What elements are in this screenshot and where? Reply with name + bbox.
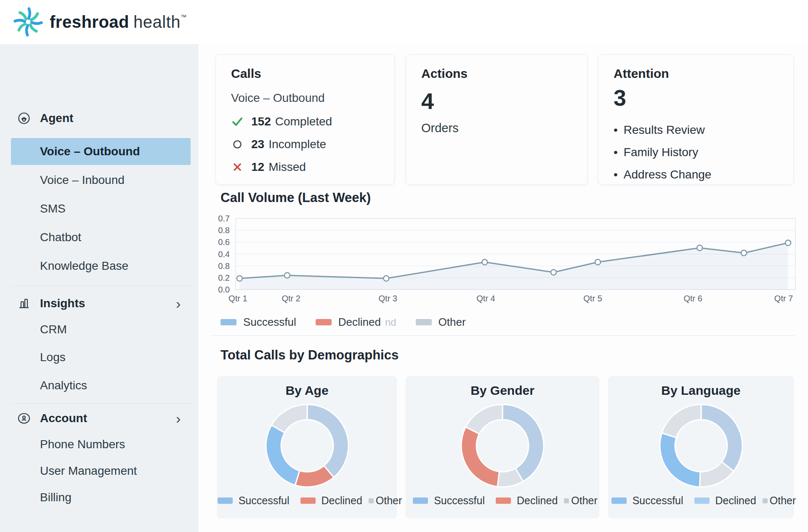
- calls-stat-list: 152 Completed 23 Incomplete 12 Missed: [231, 110, 379, 178]
- legend-label: Declined: [715, 495, 756, 507]
- legend-successful: Successful: [218, 495, 290, 507]
- svg-text:0.7: 0.7: [218, 214, 230, 223]
- sidebar-item-label: Voice – Inbound: [40, 173, 125, 187]
- by-language-panel: By Language Successful Declined Other: [608, 376, 794, 518]
- brand-name: freshroadhealth™: [50, 13, 186, 32]
- sidebar-section-account[interactable]: Account ›: [0, 407, 198, 430]
- sidebar-item-label: Account: [40, 412, 87, 425]
- svg-text:Qtr 4: Qtr 4: [476, 294, 495, 303]
- legend-swatch: [218, 497, 233, 504]
- svg-text:Qtr 5: Qtr 5: [583, 294, 602, 303]
- sidebar-item-voice-outbound[interactable]: Voice – Outbound: [0, 140, 198, 163]
- legend-swatch: [413, 497, 428, 504]
- svg-text:Qtr 7: Qtr 7: [774, 294, 793, 303]
- panel-legend: Successful Declined Other: [406, 495, 599, 507]
- chevron-right-icon[interactable]: ›: [176, 296, 181, 311]
- by-gender-panel: By Gender Successful Declined Other: [406, 376, 599, 518]
- svg-text:Qtr 6: Qtr 6: [683, 294, 702, 303]
- user-icon: [17, 411, 31, 426]
- legend-label: Successful: [434, 495, 485, 507]
- legend-label: Declined: [322, 495, 362, 507]
- sidebar-section-insights[interactable]: Insights ›: [0, 292, 198, 315]
- sidebar-item-voice-inbound[interactable]: Voice – Inbound: [0, 168, 198, 192]
- by-language-donut-chart: [655, 399, 747, 492]
- legend-declined: Declined nd: [316, 316, 396, 329]
- legend-swatch: [221, 319, 237, 325]
- sidebar-item-knowledge-base[interactable]: Knowledge Base: [0, 254, 198, 278]
- calls-card: Calls Voice – Outbound 152 Completed 23 …: [215, 54, 395, 185]
- legend-swatch: [369, 498, 374, 503]
- legend-successful: Successful: [611, 495, 683, 507]
- stat-label: Missed: [268, 160, 306, 174]
- sidebar-item-user-management[interactable]: User Management: [0, 459, 198, 483]
- legend-other: Other: [763, 495, 796, 507]
- headset-icon: [17, 111, 31, 125]
- bar-chart-icon: [17, 296, 31, 311]
- legend-swatch: [694, 497, 710, 504]
- sidebar-item-label: Chatbot: [40, 231, 81, 244]
- sidebar-item-chatbot[interactable]: Chatbot: [0, 226, 198, 249]
- sidebar-item-billing[interactable]: Billing: [0, 486, 198, 509]
- legend-swatch: [611, 497, 627, 504]
- legend-label: Successful: [633, 495, 683, 507]
- sidebar-item-label: Voice – Outbound: [40, 145, 140, 158]
- legend-label: Other: [571, 495, 598, 507]
- legend-successful: Successful: [413, 495, 485, 507]
- sidebar-item-label: User Management: [40, 464, 137, 478]
- sidebar-item-crm[interactable]: CRM: [0, 318, 198, 341]
- chevron-right-icon[interactable]: ›: [176, 411, 181, 426]
- actions-count: 4: [421, 88, 572, 114]
- legend-label: Declined: [338, 316, 381, 329]
- legend-label: Other: [439, 316, 466, 329]
- legend-declined: Declined: [694, 495, 756, 507]
- by-age-donut-chart: [261, 399, 354, 492]
- top-header: freshroadhealth™: [0, 0, 808, 44]
- circle-icon: [231, 138, 244, 151]
- sidebar-divider: [11, 286, 192, 286]
- legend-label: Successful: [239, 495, 290, 507]
- attention-item: Results Review: [614, 119, 778, 141]
- by-gender-donut-chart: [456, 399, 549, 492]
- legend-label: Other: [770, 495, 796, 507]
- stat-label: Completed: [275, 115, 332, 128]
- section-divider: [210, 335, 795, 336]
- legend-successful: Successful: [221, 316, 296, 329]
- call-volume-line-chart: 0.70.80.60.40.80.20.0Qtr 1Qtr 2Qtr 3Qtr …: [213, 214, 800, 311]
- legend-other: Other: [369, 495, 402, 507]
- x-icon: [231, 161, 244, 173]
- sidebar-item-label: Billing: [40, 491, 72, 504]
- demographics-title: Total Calls by Demographics: [221, 348, 399, 363]
- legend-swatch: [300, 497, 316, 504]
- sidebar-item-analytics[interactable]: Analytics: [0, 374, 198, 397]
- sidebar-section-agent[interactable]: Agent: [0, 106, 198, 130]
- svg-text:0.8: 0.8: [218, 261, 230, 271]
- panel-title: By Language: [609, 383, 793, 398]
- actions-label: Orders: [421, 121, 572, 135]
- legend-swatch: [316, 319, 332, 325]
- svg-text:Qtr 3: Qtr 3: [379, 294, 397, 303]
- legend-swatch: [763, 498, 768, 503]
- attention-item: Family History: [614, 141, 778, 163]
- actions-card: Actions 4 Orders: [406, 54, 587, 185]
- card-title: Actions: [421, 66, 572, 81]
- trademark-symbol: ™: [181, 13, 187, 20]
- legend-other: Other: [564, 495, 598, 507]
- svg-text:0.8: 0.8: [218, 226, 230, 235]
- check-icon: [231, 115, 244, 128]
- sidebar-item-label: Agent: [40, 112, 73, 125]
- sidebar-item-phone-numbers[interactable]: Phone Numbers: [0, 433, 198, 456]
- sidebar-item-sms[interactable]: SMS: [0, 197, 198, 221]
- panel-legend: Successful Declined Other: [218, 495, 396, 507]
- attention-count: 3: [614, 85, 778, 110]
- calls-incomplete-row: 23 Incomplete: [231, 133, 379, 156]
- svg-text:Qtr 1: Qtr 1: [229, 294, 247, 303]
- panel-legend: Successful Declined Other: [609, 495, 793, 507]
- sidebar-item-logs[interactable]: Logs: [0, 346, 198, 369]
- legend-other: Other: [416, 316, 466, 329]
- calls-missed-row: 12 Missed: [231, 156, 379, 178]
- brand-secondary: health: [133, 13, 181, 31]
- stat-label: Incomplete: [268, 138, 326, 151]
- brand-primary: freshroad: [50, 13, 129, 31]
- sidebar-item-label: Insights: [40, 297, 85, 310]
- sidebar-divider: [11, 403, 192, 404]
